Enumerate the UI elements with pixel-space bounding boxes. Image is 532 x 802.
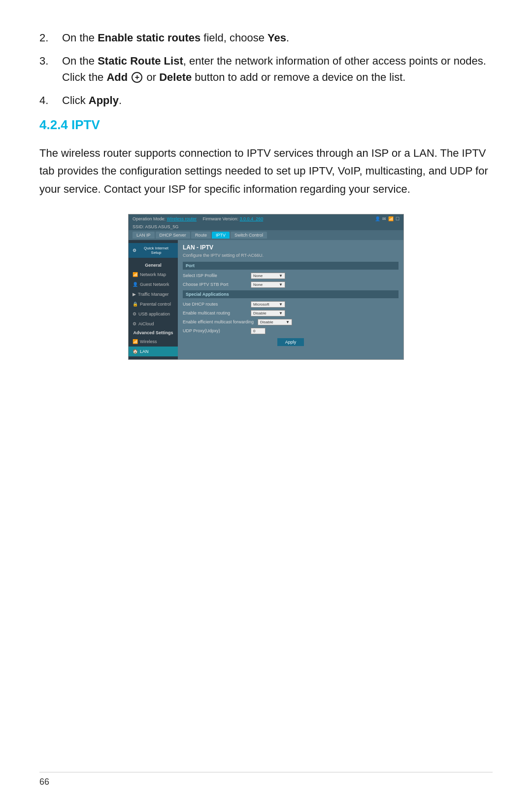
tab-lan-ip[interactable]: LAN IP — [133, 232, 155, 239]
router-tabs-bar: LAN IP DHCP Server Route IPTV Switch Con… — [129, 230, 403, 240]
multicast-routing-value: Disable — [253, 311, 266, 315]
sidebar-item-guest-network[interactable]: 👤 Guest Network — [129, 279, 178, 289]
content-area: 2. On the Enable static routes field, ch… — [39, 30, 493, 360]
udp-proxy-row: UDP Proxy(Udpxy) 0 — [183, 328, 399, 334]
router-screenshot: Operation Mode: Wireless router Firmware… — [128, 214, 404, 360]
aicloud-label: AiCloud — [138, 321, 154, 326]
iptv-stb-port-value: None — [253, 282, 263, 287]
qs-icon: ⚙ — [133, 248, 136, 253]
step-4-text: Click Apply. — [62, 92, 122, 108]
icon2: ✉ — [382, 216, 386, 221]
op-mode-value: Wireless router — [167, 216, 197, 221]
lan-iptv-title: LAN - IPTV — [183, 244, 399, 251]
isp-profile-row: Select ISP Profile None ▼ — [183, 273, 399, 279]
top-icons: 👤 ✉ 📶 ☐ — [375, 216, 399, 221]
efficient-multicast-row: Enable efficient multicast forwarding Di… — [183, 319, 399, 325]
sidebar-item-lan[interactable]: 🏠 LAN — [129, 347, 178, 356]
firmware-label: Firmware Version: 3.0.0.4_260 — [203, 216, 264, 221]
aicloud-icon: ⚙ — [133, 321, 136, 326]
efficient-multicast-label: Enable efficient multicast forwarding — [183, 319, 254, 324]
ssid-text: SSID: ASUS ASUS_5G — [133, 224, 179, 229]
step-4-number: 4. — [39, 92, 62, 108]
parental-control-icon: 🔒 — [133, 302, 138, 307]
dhcp-routes-row: Use DHCP routes Microsoft ▼ — [183, 301, 399, 308]
page-number: 66 — [39, 777, 49, 787]
qs-label: Quick Internet Setup — [138, 246, 174, 255]
port-section-bar: Port — [183, 262, 399, 270]
multicast-routing-select[interactable]: Disable ▼ — [251, 310, 285, 316]
iptv-stb-port-arrow: ▼ — [279, 282, 283, 287]
step-list: 2. On the Enable static routes field, ch… — [39, 30, 493, 108]
wireless-icon: 📶 — [133, 339, 138, 344]
step-2-number: 2. — [39, 30, 62, 46]
lan-icon: 🏠 — [133, 349, 138, 354]
step-3-number: 3. — [39, 53, 62, 69]
icon1: 👤 — [375, 216, 380, 221]
router-sidebar: ⚙ Quick Internet Setup General 📶 Network… — [129, 240, 178, 359]
sidebar-item-aicloud[interactable]: ⚙ AiCloud — [129, 319, 178, 329]
ssid-bar: SSID: ASUS ASUS_5G — [129, 223, 403, 230]
efficient-multicast-value: Disable — [260, 320, 273, 324]
dhcp-routes-select[interactable]: Microsoft ▼ — [251, 301, 285, 308]
section-heading: 4.2.4 IPTV — [39, 117, 493, 133]
quick-internet-setup[interactable]: ⚙ Quick Internet Setup — [129, 243, 178, 258]
usb-app-icon: ⚙ — [133, 312, 136, 316]
router-top-bar: Operation Mode: Wireless router Firmware… — [129, 214, 403, 223]
efficient-multicast-arrow: ▼ — [286, 320, 290, 324]
lan-label: LAN — [140, 349, 149, 354]
sidebar-item-network-map[interactable]: 📶 Network Map — [129, 270, 178, 279]
multicast-routing-label: Enable multicast routing — [183, 311, 247, 315]
bottom-rule — [39, 772, 493, 772]
multicast-routing-row: Enable multicast routing Disable ▼ — [183, 310, 399, 316]
dhcp-routes-label: Use DHCP routes — [183, 302, 247, 307]
op-mode-label: Operation Mode: — [133, 216, 167, 221]
iptv-stb-port-label: Choose IPTV STB Port — [183, 282, 247, 287]
icon4: ☐ — [396, 216, 399, 221]
tab-route[interactable]: Route — [191, 232, 211, 239]
tab-dhcp-server[interactable]: DHCP Server — [156, 232, 190, 239]
section-body: The wireless router supports connection … — [39, 144, 493, 198]
sidebar-item-wireless[interactable]: 📶 Wireless — [129, 337, 178, 347]
step-3-text: On the Static Route List, enter the netw… — [62, 53, 493, 85]
isp-profile-select[interactable]: None ▼ — [251, 273, 285, 279]
apply-button[interactable]: Apply — [277, 338, 304, 346]
router-main: ⚙ Quick Internet Setup General 📶 Network… — [129, 240, 403, 359]
sidebar-item-parental-control[interactable]: 🔒 Parental control — [129, 299, 178, 309]
step-2-text: On the Enable static routes field, choos… — [62, 30, 289, 46]
iptv-stb-port-select[interactable]: None ▼ — [251, 281, 285, 288]
step-4: 4. Click Apply. — [39, 92, 493, 108]
efficient-multicast-select[interactable]: Disable ▼ — [258, 319, 292, 325]
network-map-icon: 📶 — [133, 272, 138, 277]
guest-network-label: Guest Network — [140, 282, 169, 287]
general-label: General — [129, 261, 178, 270]
isp-profile-arrow: ▼ — [279, 274, 283, 278]
lan-iptv-subtitle: Configure the IPTV setting of RT-AC66U. — [183, 253, 399, 258]
tab-iptv[interactable]: IPTV — [212, 232, 230, 239]
network-map-label: Network Map — [140, 272, 166, 277]
dhcp-routes-value: Microsoft — [253, 302, 269, 307]
add-icon: + — [132, 72, 142, 83]
parental-control-label: Parental control — [140, 302, 171, 307]
sidebar-item-traffic-manager[interactable]: ▶ Traffic Manager — [129, 289, 178, 299]
special-apps-section-bar: Special Applications — [183, 290, 399, 298]
isp-profile-value: None — [253, 274, 263, 278]
advanced-settings-label: Advanced Settings — [129, 329, 178, 337]
traffic-manager-label: Traffic Manager — [138, 292, 169, 297]
router-content: LAN - IPTV Configure the IPTV setting of… — [178, 240, 403, 359]
step-3: 3. On the Static Route List, enter the n… — [39, 53, 493, 85]
wireless-label: Wireless — [140, 339, 157, 344]
traffic-manager-icon: ▶ — [133, 292, 136, 297]
sidebar-item-usb-application[interactable]: ⚙ USB application — [129, 309, 178, 319]
tab-switch-control[interactable]: Switch Control — [231, 232, 267, 239]
iptv-stb-port-row: Choose IPTV STB Port None ▼ — [183, 281, 399, 288]
isp-profile-label: Select ISP Profile — [183, 273, 247, 278]
operation-mode: Operation Mode: Wireless router Firmware… — [133, 216, 263, 221]
icon3: 📶 — [388, 216, 394, 221]
udp-proxy-input[interactable]: 0 — [251, 328, 266, 334]
step-2: 2. On the Enable static routes field, ch… — [39, 30, 493, 46]
firmware-value: 3.0.0.4_260 — [240, 216, 264, 221]
udp-proxy-label: UDP Proxy(Udpxy) — [183, 328, 247, 333]
multicast-routing-arrow: ▼ — [279, 311, 283, 315]
usb-app-label: USB application — [138, 312, 170, 316]
guest-network-icon: 👤 — [133, 282, 138, 287]
